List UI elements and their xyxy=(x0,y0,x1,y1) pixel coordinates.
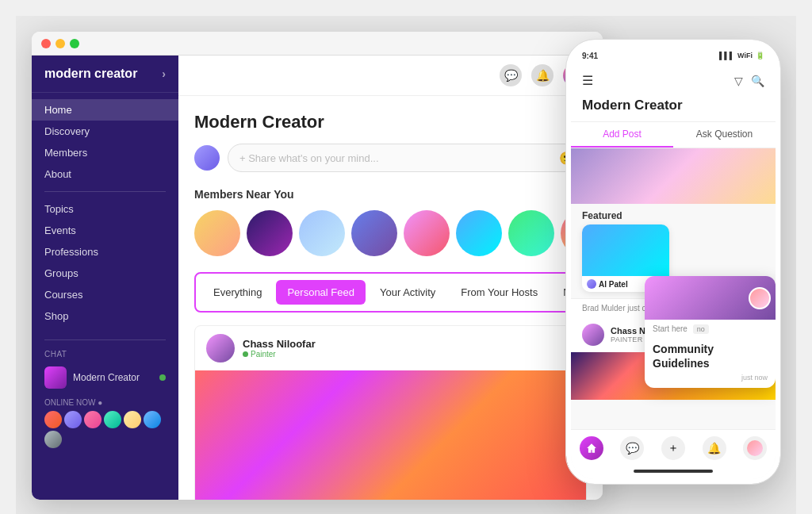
member-avatar-1[interactable] xyxy=(194,210,240,256)
post-image xyxy=(195,370,586,500)
sidebar-divider-1 xyxy=(44,191,166,192)
phone-card-image-1 xyxy=(582,224,669,276)
sidebar-online-indicator xyxy=(159,374,166,381)
sidebar-online-section: ONLINE NOW ● xyxy=(32,393,178,453)
phone-nav-profile-icon[interactable] xyxy=(743,436,767,460)
home-indicator-bar xyxy=(634,470,713,473)
post-author-info: Chass Niloofar Painter xyxy=(243,338,316,359)
post-card: Chass Niloofar Painter xyxy=(194,325,587,500)
sidebar-logo-text: modern creator xyxy=(44,67,137,81)
desktop-window: modern creator › Home Discovery Members … xyxy=(32,32,603,500)
main-header: 💬 🔔 xyxy=(178,56,603,96)
post-author-name: Chass Niloofar xyxy=(243,338,316,350)
phone-banner xyxy=(571,148,776,204)
sidebar-item-professions[interactable]: Professions xyxy=(32,241,178,263)
feed-tabs-wrapper: Everything Personal Feed Your Activity F… xyxy=(194,272,587,313)
screenshot-wrapper: modern creator › Home Discovery Members … xyxy=(16,16,796,514)
phone-menu-icon[interactable]: ☰ xyxy=(582,73,593,88)
sidebar-item-discovery[interactable]: Discovery xyxy=(32,121,178,142)
sidebar-item-groups[interactable]: Groups xyxy=(32,263,178,284)
sidebar-chat-modern-creator[interactable]: Modern Creator xyxy=(32,362,178,393)
sidebar-item-members[interactable]: Members xyxy=(32,142,178,163)
sidebar-item-shop[interactable]: Shop xyxy=(32,305,178,327)
post-input-field[interactable]: + Share what's on your mind... 🙂 xyxy=(228,144,587,172)
phone-nav-home-icon[interactable] xyxy=(580,436,603,460)
phone-nav-add-icon[interactable]: ＋ xyxy=(661,436,685,460)
online-avatar-2 xyxy=(64,411,82,428)
phone-card-avatar-1 xyxy=(587,279,596,289)
online-avatar-4 xyxy=(104,411,121,428)
battery-icon: 🔋 xyxy=(756,52,764,59)
online-avatar-6 xyxy=(144,411,161,428)
member-avatar-7[interactable] xyxy=(508,210,554,256)
tab-everything[interactable]: Everything xyxy=(202,280,273,305)
guidelines-card[interactable]: Start here no Community Guidelines just … xyxy=(645,276,776,388)
signal-icon: ▌▌▌ xyxy=(719,52,734,59)
sidebar-item-about[interactable]: About xyxy=(32,163,178,185)
phone-nav-chat-icon[interactable]: 💬 xyxy=(620,436,644,460)
no-badge: no xyxy=(693,324,709,334)
tab-your-activity[interactable]: Your Activity xyxy=(369,280,446,305)
phone-header: ☰ ▽ 🔍 xyxy=(571,67,776,94)
phone-status-icons: ▌▌▌ WiFi 🔋 xyxy=(719,52,764,59)
sidebar-item-events[interactable]: Events xyxy=(32,220,178,241)
phone-home-indicator xyxy=(571,463,776,479)
current-user-avatar xyxy=(194,145,220,171)
window-body: modern creator › Home Discovery Members … xyxy=(32,56,603,500)
sidebar-online-label: ONLINE NOW ● xyxy=(44,398,166,407)
member-avatar-5[interactable] xyxy=(404,210,450,256)
sidebar-divider-2 xyxy=(44,339,166,340)
sidebar-logo: modern creator › xyxy=(32,56,178,93)
phone-tab-ask-question[interactable]: Ask Question xyxy=(673,122,776,148)
post-author-avatar[interactable] xyxy=(206,334,235,362)
post-card-header: Chass Niloofar Painter xyxy=(195,326,586,370)
wifi-icon: WiFi xyxy=(737,52,753,59)
phone-tab-add-post[interactable]: Add Post xyxy=(571,122,673,148)
main-body: Modern Creator + Share what's on your mi… xyxy=(178,96,603,500)
page-title: Modern Creator xyxy=(194,112,587,132)
sidebar-item-topics[interactable]: Topics xyxy=(32,198,178,220)
phone-filter-icon[interactable]: ▽ xyxy=(734,75,743,87)
guidelines-author-avatar xyxy=(749,287,771,309)
guidelines-time: just now xyxy=(653,374,768,382)
member-avatar-3[interactable] xyxy=(299,210,345,256)
notifications-icon[interactable]: 🔔 xyxy=(531,64,553,86)
member-avatar-4[interactable] xyxy=(351,210,397,256)
online-avatar-7 xyxy=(44,431,62,448)
minimize-window-button[interactable] xyxy=(56,39,65,48)
online-avatar-3 xyxy=(84,411,102,428)
sidebar-chat-avatar xyxy=(44,366,67,389)
post-author-role: Painter xyxy=(251,350,276,359)
sidebar-item-courses[interactable]: Courses xyxy=(32,284,178,305)
tab-personal-feed[interactable]: Personal Feed xyxy=(276,280,366,305)
sidebar-item-home[interactable]: Home xyxy=(32,99,178,121)
maximize-window-button[interactable] xyxy=(70,39,79,48)
members-row xyxy=(194,210,587,256)
tab-from-your-hosts[interactable]: From Your Hosts xyxy=(450,280,549,305)
sidebar-online-avatars xyxy=(44,411,166,448)
guidelines-title: Community Guidelines xyxy=(653,342,768,370)
chat-icon[interactable]: 💬 xyxy=(500,64,522,86)
phone-post-avatar xyxy=(582,324,604,346)
main-content: 💬 🔔 Modern Creator + Share what's on you… xyxy=(178,56,603,500)
phone-search-icon[interactable]: 🔍 xyxy=(751,75,764,87)
members-section-title: Members Near You xyxy=(194,188,587,201)
online-avatar-1 xyxy=(44,411,62,428)
phone-featured-label: Featured xyxy=(571,204,776,224)
window-titlebar xyxy=(32,32,603,56)
post-author-badge: Painter xyxy=(243,350,316,359)
mobile-phone: 9:41 ▌▌▌ WiFi 🔋 ☰ ▽ 🔍 Modern Creator Add… xyxy=(566,40,780,484)
guidelines-body: Community Guidelines just now xyxy=(645,336,776,388)
close-window-button[interactable] xyxy=(41,39,51,48)
post-input-row: + Share what's on your mind... 🙂 xyxy=(194,144,587,172)
sidebar: modern creator › Home Discovery Members … xyxy=(32,56,178,500)
post-input-placeholder: + Share what's on your mind... xyxy=(239,152,379,164)
guidelines-card-header xyxy=(645,276,776,320)
member-avatar-2[interactable] xyxy=(247,210,293,256)
phone-title: Modern Creator xyxy=(571,94,776,122)
start-here-label: Start here no xyxy=(645,320,776,336)
sidebar-collapse-button[interactable]: › xyxy=(162,67,166,80)
badge-dot-icon xyxy=(243,351,248,357)
member-avatar-6[interactable] xyxy=(456,210,502,256)
phone-nav-bell-icon[interactable]: 🔔 xyxy=(703,436,726,460)
